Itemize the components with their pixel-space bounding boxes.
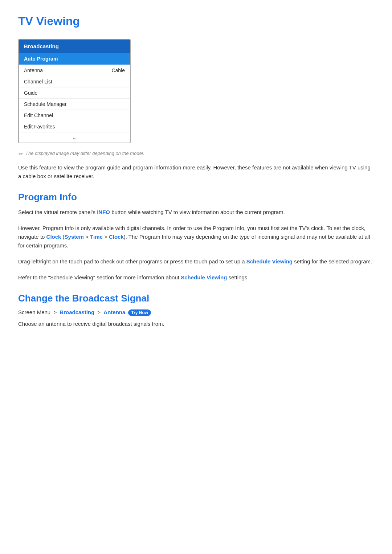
schedule-viewing-link-1[interactable]: Schedule Viewing	[246, 258, 293, 264]
breadcrumb-prefix: Screen Menu	[18, 309, 50, 315]
try-now-badge[interactable]: Try Now	[128, 309, 151, 316]
program-info-para4: Refer to the "Schedule Viewing" section …	[18, 273, 374, 282]
broadcast-signal-body: Choose an antenna to receive digital bro…	[18, 320, 374, 328]
broadcasting-link[interactable]: Broadcasting	[60, 309, 94, 315]
separator-2: >	[97, 309, 102, 315]
ui-item-label: Edit Channel	[24, 112, 53, 118]
ui-mockup-item-schedule-manager: Schedule Manager	[19, 98, 130, 110]
note-row: ✏ The displayed image may differ dependi…	[18, 151, 374, 157]
ui-mockup-item-antenna: Antenna Cable	[19, 65, 130, 76]
ui-mockup-chevron: ⌄	[19, 132, 130, 143]
section-title-broadcast-signal: Change the Broadcast Signal	[18, 293, 374, 304]
antenna-link[interactable]: Antenna	[103, 309, 125, 315]
ui-mockup-item-edit-favorites: Edit Favorites	[19, 121, 130, 132]
ui-mockup-auto-program: Auto Program	[19, 53, 130, 65]
system-link[interactable]: System	[65, 234, 84, 240]
intro-paragraph: Use this feature to view the program gui…	[18, 163, 374, 181]
ui-item-label: Edit Favorites	[24, 124, 55, 130]
info-link[interactable]: INFO	[97, 209, 110, 215]
separator-1: >	[53, 309, 58, 315]
time-link[interactable]: Time	[90, 234, 103, 240]
ui-item-value: Cable	[111, 67, 125, 73]
program-info-para3: Drag left/right on the touch pad to chec…	[18, 257, 374, 266]
ui-mockup: Broadcasting Auto Program Antenna Cable …	[18, 39, 131, 143]
ui-mockup-item-edit-channel: Edit Channel	[19, 110, 130, 121]
program-info-para2: However, Program Info is only available …	[18, 224, 374, 250]
section-title-program-info: Program Info	[18, 192, 374, 203]
ui-item-label: Antenna	[24, 67, 43, 73]
program-info-para1: Select the virtual remote panel's INFO b…	[18, 208, 374, 217]
breadcrumb: Screen Menu > Broadcasting > Antenna Try…	[18, 309, 374, 316]
clock-link[interactable]: Clock	[46, 234, 61, 240]
pencil-icon: ✏	[18, 151, 23, 157]
note-text: The displayed image may differ depending…	[25, 151, 144, 156]
ui-mockup-item-guide: Guide	[19, 87, 130, 98]
ui-item-label: Guide	[24, 90, 37, 96]
ui-mockup-item-channel-list: Channel List	[19, 76, 130, 87]
ui-item-label: Channel List	[24, 79, 52, 85]
page-title: TV Viewing	[18, 15, 374, 28]
clock-end-link[interactable]: Clock	[109, 234, 124, 240]
ui-mockup-header: Broadcasting	[19, 40, 130, 53]
schedule-viewing-link-2[interactable]: Schedule Viewing	[181, 274, 227, 280]
ui-item-label: Schedule Manager	[24, 101, 67, 107]
